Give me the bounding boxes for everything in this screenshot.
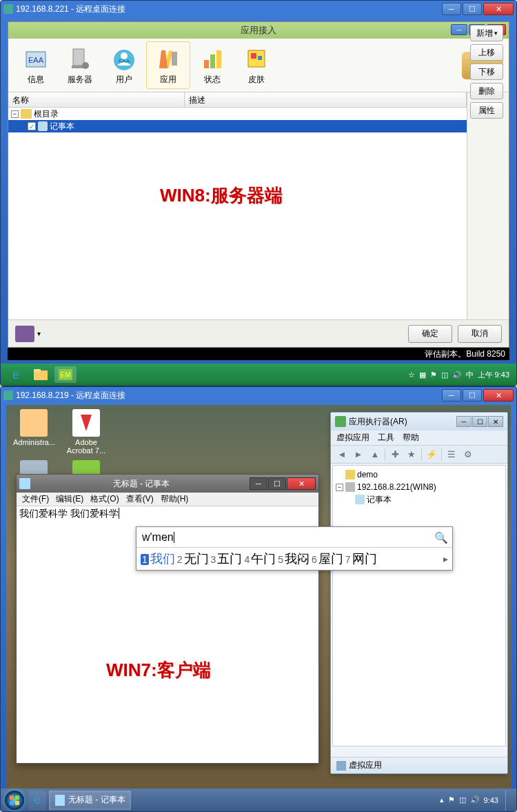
- toolbar-skin[interactable]: 皮肤: [234, 42, 278, 88]
- tree-root-row[interactable]: − 根目录: [8, 108, 467, 120]
- taskbar-win8[interactable]: e EM ☆ ▦ ⚑ ◫ 🔊 中 上午 9:43: [1, 364, 516, 386]
- rdp-titlebar-bottom[interactable]: 192.168.8.219 - 远程桌面连接 ─ ☐ ✕: [1, 387, 516, 404]
- ime-candidate-1[interactable]: 1我们: [141, 551, 175, 567]
- taskbar-win7[interactable]: e 无标题 - 记事本 ▴ ⚑ ◫ 🔊 9:43: [1, 789, 516, 811]
- toolbar-user[interactable]: EAA 用户: [102, 42, 146, 88]
- search-icon[interactable]: 🔍: [434, 531, 447, 544]
- taskbar-ie[interactable]: e: [5, 366, 27, 383]
- remote-desktop[interactable]: Administra... Adobe Acrobat 7... 应用执行器(A…: [6, 405, 511, 789]
- chat-icon[interactable]: [15, 326, 34, 342]
- col-name[interactable]: 名称: [8, 92, 185, 107]
- ar-tree-server[interactable]: − 192.168.8.221(WIN8): [336, 481, 503, 493]
- tree-area[interactable]: − 根目录 ✓ 记事本 WIN8:服务器端: [8, 108, 467, 321]
- taskbar-explorer[interactable]: [30, 366, 52, 383]
- ime-candidate-4[interactable]: 4午门: [244, 551, 276, 567]
- desktop-icon-acrobat[interactable]: Adobe Acrobat 7...: [65, 409, 107, 455]
- ar-tree[interactable]: demo − 192.168.8.221(WIN8) 记事本: [332, 465, 506, 746]
- menu-view[interactable]: 查看(V): [123, 493, 156, 505]
- tray-flag-icon[interactable]: ⚑: [430, 370, 437, 379]
- taskbar-notepad[interactable]: 无标题 - 记事本: [49, 791, 131, 810]
- start-button[interactable]: [2, 790, 27, 811]
- ime-candidate-6[interactable]: 6屋门: [312, 551, 343, 567]
- properties-button[interactable]: 属性: [470, 102, 503, 119]
- tray-network-icon[interactable]: ◫: [441, 370, 448, 379]
- ar-back-icon[interactable]: ◄: [335, 448, 349, 462]
- ime-popup[interactable]: w'men 🔍 1我们 2无门 3五门 4午门 5我闷 6屋门 7网门 ▸: [136, 526, 453, 571]
- rdp-icon: [3, 390, 13, 400]
- ime-candidate-5[interactable]: 5我闷: [278, 551, 310, 567]
- ar-tree-notepad[interactable]: 记事本: [336, 493, 503, 506]
- tray-up-icon[interactable]: ▴: [440, 795, 444, 804]
- ar-settings-icon[interactable]: ⚙: [461, 448, 475, 462]
- ar-star-icon[interactable]: ★: [405, 448, 418, 462]
- ar-menu-help[interactable]: 帮助: [403, 432, 419, 444]
- down-button[interactable]: 下移: [470, 63, 503, 80]
- delete-button[interactable]: 删除: [470, 83, 503, 99]
- ar-add-icon[interactable]: ✚: [388, 448, 402, 462]
- toolbar-server[interactable]: 服务器: [58, 42, 102, 88]
- close-button[interactable]: ✕: [483, 389, 514, 402]
- show-desktop-button[interactable]: [505, 790, 512, 811]
- tray-clock[interactable]: 9:43: [484, 796, 498, 804]
- ime-candidate-2[interactable]: 2无门: [177, 551, 209, 567]
- menu-edit[interactable]: 编辑(E): [53, 493, 86, 505]
- app-titlebar[interactable]: 应用接入 ─ ☐ ✕: [8, 22, 509, 39]
- maximize-button[interactable]: ☐: [463, 389, 482, 402]
- ar-list-icon[interactable]: ☰: [445, 448, 458, 462]
- chat-dropdown-icon[interactable]: ▾: [37, 330, 41, 337]
- tray-icon[interactable]: ▦: [419, 370, 426, 379]
- ar-minimize-button[interactable]: ─: [456, 416, 472, 427]
- ar-refresh-icon[interactable]: ⚡: [425, 448, 438, 462]
- tray-icon[interactable]: ☆: [408, 370, 415, 379]
- ime-candidate-3[interactable]: 3五门: [211, 551, 243, 567]
- desktop-icon-admin[interactable]: Administra...: [13, 409, 54, 446]
- maximize-button[interactable]: ☐: [463, 3, 482, 15]
- toolbar-app[interactable]: 应用: [146, 41, 190, 89]
- ar-menu-tools[interactable]: 工具: [378, 432, 394, 444]
- taskbar-ie[interactable]: e: [28, 791, 46, 810]
- server-icon: [345, 482, 355, 492]
- ar-titlebar[interactable]: 应用执行器(AR) ─ ☐ ✕: [331, 413, 507, 430]
- ok-button[interactable]: 确定: [408, 325, 452, 343]
- col-desc[interactable]: 描述: [185, 92, 467, 107]
- minimize-button[interactable]: ─: [442, 3, 461, 15]
- system-tray[interactable]: ▴ ⚑ ◫ 🔊 9:43: [440, 790, 515, 811]
- tray-volume-icon[interactable]: 🔊: [452, 370, 462, 379]
- np-close-button[interactable]: ✕: [287, 477, 316, 490]
- ar-tree-demo[interactable]: demo: [336, 468, 503, 481]
- add-button[interactable]: 新增▾: [470, 25, 503, 41]
- ar-forward-icon[interactable]: ►: [352, 448, 365, 462]
- cancel-button[interactable]: 取消: [458, 325, 502, 343]
- ar-maximize-button[interactable]: ☐: [472, 416, 487, 427]
- up-button[interactable]: 上移: [470, 44, 503, 61]
- notepad-titlebar[interactable]: 无标题 - 记事本 ─ ☐ ✕: [17, 475, 318, 493]
- ime-next-icon[interactable]: ▸: [443, 553, 448, 564]
- ar-up-icon[interactable]: ▲: [368, 448, 382, 462]
- collapse-icon[interactable]: −: [11, 110, 19, 118]
- side-buttons: 新增▾ 上移 下移 删除 属性: [470, 22, 503, 119]
- np-minimize-button[interactable]: ─: [250, 477, 267, 490]
- tray-volume-icon[interactable]: 🔊: [470, 795, 480, 804]
- toolbar-status[interactable]: 状态: [190, 42, 234, 88]
- menu-help[interactable]: 帮助(H): [158, 493, 192, 505]
- app-minimize-button[interactable]: ─: [451, 24, 467, 35]
- system-tray[interactable]: ☆ ▦ ⚑ ◫ 🔊 中 上午 9:43: [408, 370, 514, 380]
- minimize-button[interactable]: ─: [442, 389, 461, 402]
- tray-flag-icon[interactable]: ⚑: [448, 795, 455, 804]
- menu-format[interactable]: 格式(O): [88, 493, 121, 505]
- ime-candidate-7[interactable]: 7网门: [345, 551, 377, 567]
- rdp-titlebar-top[interactable]: 192.168.8.221 - 远程桌面连接 ─ ☐ ✕: [1, 1, 516, 17]
- tray-network-icon[interactable]: ◫: [459, 795, 466, 804]
- np-maximize-button[interactable]: ☐: [268, 477, 286, 490]
- tray-clock[interactable]: 上午 9:43: [478, 370, 509, 380]
- tree-item-row[interactable]: ✓ 记事本: [8, 120, 467, 132]
- toolbar-info[interactable]: EAA 信息: [14, 42, 58, 88]
- taskbar-em[interactable]: EM: [54, 366, 77, 383]
- collapse-icon[interactable]: −: [336, 484, 343, 491]
- ar-close-button[interactable]: ✕: [488, 416, 503, 427]
- tray-ime-icon[interactable]: 中: [466, 370, 474, 380]
- close-button[interactable]: ✕: [483, 3, 514, 15]
- ar-menu-virtual[interactable]: 虚拟应用: [336, 432, 369, 444]
- menu-file[interactable]: 文件(F): [19, 493, 52, 505]
- checkbox-icon[interactable]: ✓: [28, 122, 36, 130]
